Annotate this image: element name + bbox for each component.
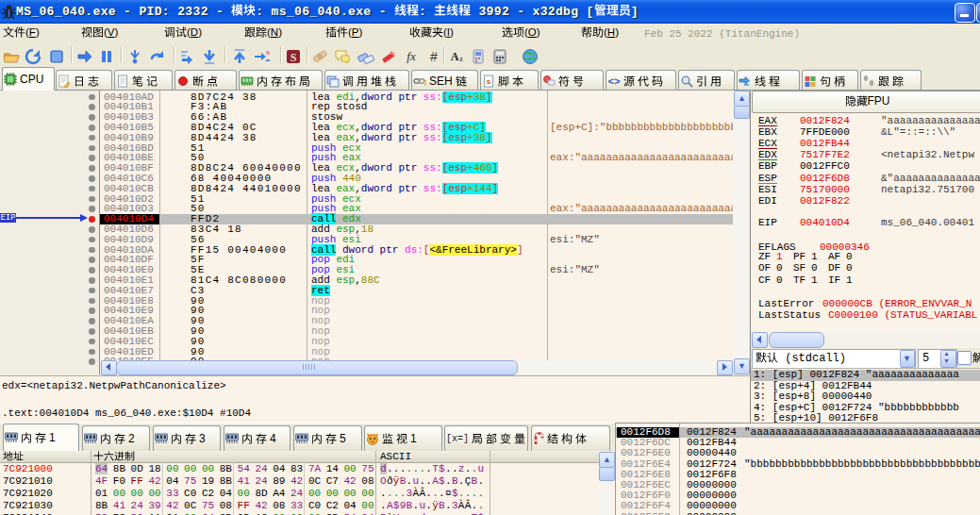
svg-text:s: s [487,77,491,86]
svg-text:#: # [430,49,438,64]
svg-text:A: A [451,50,459,63]
svg-text:?: ? [424,78,427,88]
svg-text:<>: <> [607,76,621,88]
svg-text:fx: fx [407,49,416,63]
svg-text:S: S [291,51,297,64]
svg-text:z: z [459,55,463,63]
